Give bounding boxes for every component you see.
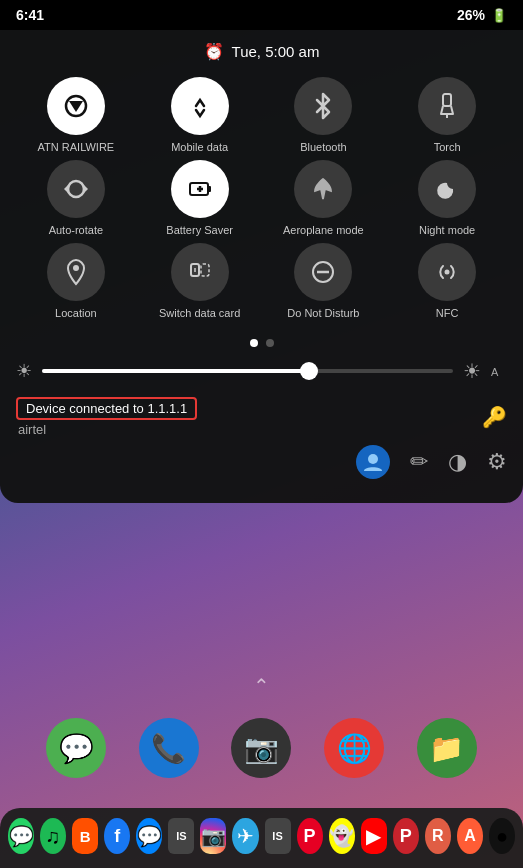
notification-shade: ⏰ Tue, 5:00 am ATN RAILWIRE Mobile data — [0, 30, 523, 503]
qs-tile-dnd[interactable]: Do Not Disturb — [264, 243, 384, 320]
qs-icon-switch-data — [171, 243, 229, 301]
user-row: ✏ ◑ ⚙ — [0, 439, 523, 489]
qs-tile-switch-data[interactable]: Switch data card — [140, 243, 260, 320]
shade-datetime: Tue, 5:00 am — [232, 43, 320, 60]
svg-marker-1 — [69, 101, 83, 112]
qs-tile-night-mode[interactable]: Night mode — [387, 160, 507, 237]
battery-icon: 🔋 — [491, 8, 507, 23]
vpn-row: Device connected to 1.1.1.1 airtel 🔑 — [0, 393, 523, 439]
qs-tile-auto-rotate[interactable]: Auto-rotate — [16, 160, 136, 237]
qs-icon-mobile-data — [171, 77, 229, 135]
qs-tile-mobile-data[interactable]: Mobile data — [140, 77, 260, 154]
screen-record-icon[interactable]: ◑ — [448, 449, 467, 475]
qs-icon-atn-railwire — [47, 77, 105, 135]
svg-rect-2 — [443, 94, 451, 106]
qs-label-bluetooth: Bluetooth — [300, 141, 346, 154]
dock-spotify[interactable]: ♫ — [40, 818, 66, 854]
qs-icon-torch — [418, 77, 476, 135]
qs-tile-torch[interactable]: Torch — [387, 77, 507, 154]
dock-reddit[interactable]: R — [425, 818, 451, 854]
vpn-info: Device connected to 1.1.1.1 airtel — [16, 397, 197, 437]
qs-icon-dnd — [294, 243, 352, 301]
shade-header: ⏰ Tue, 5:00 am — [0, 30, 523, 71]
svg-point-18 — [368, 454, 378, 464]
vpn-carrier: airtel — [16, 422, 197, 437]
edit-icon[interactable]: ✏ — [410, 449, 428, 475]
status-bar: 6:41 26% 🔋 — [0, 0, 523, 30]
qs-label-nfc: NFC — [436, 307, 459, 320]
home-icons: 💬 📞 📷 🌐 📁 — [0, 718, 523, 778]
up-arrow-icon[interactable]: ⌃ — [253, 674, 270, 698]
brightness-fill — [42, 369, 309, 373]
vpn-connected-text: Device connected to 1.1.1.1 — [16, 397, 197, 420]
dock-circle[interactable]: ● — [489, 818, 515, 854]
qs-label-aeroplane: Aeroplane mode — [283, 224, 364, 237]
dock-whatsapp[interactable]: 💬 — [8, 818, 34, 854]
dock-instagram[interactable]: 📷 — [200, 818, 226, 854]
dock-is2[interactable]: IS — [265, 818, 291, 854]
qs-tile-battery-saver[interactable]: Battery Saver — [140, 160, 260, 237]
qs-label-atn-railwire: ATN RAILWIRE — [38, 141, 115, 154]
home-icon-phone[interactable]: 📞 — [139, 718, 199, 778]
dock-is1[interactable]: IS — [168, 818, 194, 854]
qs-tile-atn-railwire[interactable]: ATN RAILWIRE — [16, 77, 136, 154]
battery-percent: 26% — [457, 7, 485, 23]
vpn-key-icon[interactable]: 🔑 — [482, 405, 507, 429]
pagination-dots — [0, 331, 523, 355]
dock-brave[interactable]: B — [72, 818, 98, 854]
dock-telegram[interactable]: ✈ — [232, 818, 258, 854]
brightness-high-icon: ☀ — [463, 359, 481, 383]
qs-tile-aeroplane[interactable]: Aeroplane mode — [264, 160, 384, 237]
alarm-icon: ⏰ — [204, 42, 224, 61]
qs-icon-bluetooth — [294, 77, 352, 135]
qs-label-battery-saver: Battery Saver — [166, 224, 233, 237]
dot-1 — [250, 339, 258, 347]
brightness-auto-icon: A — [491, 363, 507, 379]
dock-messenger[interactable]: 💬 — [136, 818, 162, 854]
qs-label-switch-data: Switch data card — [159, 307, 240, 320]
status-bar-right: 26% 🔋 — [457, 7, 507, 23]
svg-text:A: A — [491, 366, 499, 378]
qs-tile-location[interactable]: Location — [16, 243, 136, 320]
qs-icon-nfc — [418, 243, 476, 301]
dock-pinterest[interactable]: P — [297, 818, 323, 854]
home-icon-camera[interactable]: 📷 — [231, 718, 291, 778]
qs-label-torch: Torch — [434, 141, 461, 154]
qs-label-dnd: Do Not Disturb — [287, 307, 359, 320]
qs-icon-battery-saver — [171, 160, 229, 218]
svg-rect-7 — [208, 186, 211, 192]
dock-facebook[interactable]: f — [104, 818, 130, 854]
brightness-row: ☀ ☀ A — [0, 355, 523, 393]
dock-snapchat[interactable]: 👻 — [329, 818, 355, 854]
svg-point-16 — [445, 270, 450, 275]
svg-marker-5 — [64, 185, 68, 193]
dot-2 — [266, 339, 274, 347]
qs-tile-nfc[interactable]: NFC — [387, 243, 507, 320]
qs-icon-aeroplane — [294, 160, 352, 218]
qs-label-night-mode: Night mode — [419, 224, 475, 237]
dock-arc[interactable]: A — [457, 818, 483, 854]
dock-youtube[interactable]: ▶ — [361, 818, 387, 854]
dock-p2[interactable]: P — [393, 818, 419, 854]
qs-tile-bluetooth[interactable]: Bluetooth — [264, 77, 384, 154]
brightness-low-icon: ☀ — [16, 360, 32, 382]
home-icon-files[interactable]: 📁 — [417, 718, 477, 778]
time: 6:41 — [16, 7, 44, 23]
user-avatar[interactable] — [356, 445, 390, 479]
qs-label-auto-rotate: Auto-rotate — [49, 224, 103, 237]
svg-point-10 — [73, 265, 79, 271]
qs-label-mobile-data: Mobile data — [171, 141, 228, 154]
brightness-thumb[interactable] — [300, 362, 318, 380]
svg-rect-12 — [201, 264, 209, 276]
settings-icon[interactable]: ⚙ — [487, 449, 507, 475]
home-icon-messages[interactable]: 💬 — [46, 718, 106, 778]
bottom-dock: 💬 ♫ B f 💬 IS 📷 ✈ IS P 👻 ▶ P R A ● — [0, 808, 523, 868]
home-icon-chrome[interactable]: 🌐 — [324, 718, 384, 778]
qs-icon-auto-rotate — [47, 160, 105, 218]
brightness-slider[interactable] — [42, 369, 453, 373]
qs-label-location: Location — [55, 307, 97, 320]
quick-settings-grid: ATN RAILWIRE Mobile data Bluetooth — [0, 71, 523, 331]
qs-icon-location — [47, 243, 105, 301]
qs-icon-night-mode — [418, 160, 476, 218]
